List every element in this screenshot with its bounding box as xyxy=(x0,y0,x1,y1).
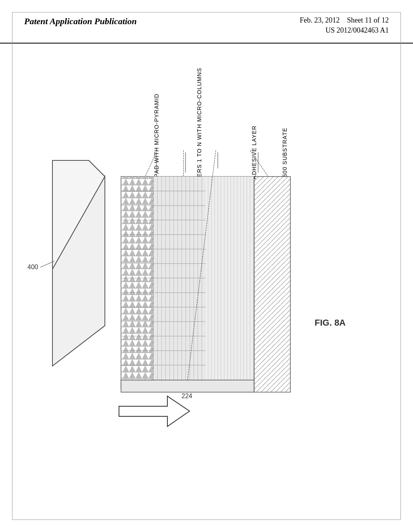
publication-date-sheet: Feb. 23, 2012 Sheet 11 of 12 xyxy=(300,16,389,25)
substrate-label: 500 SUBSTRATE xyxy=(282,68,288,237)
svg-marker-8 xyxy=(119,396,190,426)
svg-text:400: 400 xyxy=(27,264,38,270)
intermediate-label: INTERMEDIATE LAYERS 1 TO N WITH MICRO-CO… xyxy=(196,68,202,237)
svg-marker-7 xyxy=(52,177,105,366)
svg-rect-41 xyxy=(121,380,254,392)
diagram-area: CLEANING PAD WITH MICRO-PYRAMID INTERMED… xyxy=(0,44,413,527)
header-right: Feb. 23, 2012 Sheet 11 of 12 US 2012/004… xyxy=(300,16,389,35)
svg-marker-6 xyxy=(52,160,105,269)
svg-text:224: 224 xyxy=(181,393,192,399)
svg-marker-5 xyxy=(52,177,105,366)
header: Patent Application Publication Feb. 23, … xyxy=(0,0,413,44)
adhesive-label: ADHESIVE LAYER xyxy=(251,68,257,237)
svg-marker-4 xyxy=(52,160,105,269)
svg-text:FIG. 8A: FIG. 8A xyxy=(315,318,346,328)
rotated-labels-container: CLEANING PAD WITH MICRO-PYRAMID INTERMED… xyxy=(141,68,288,237)
publication-title: Patent Application Publication xyxy=(24,16,137,27)
svg-line-14 xyxy=(40,261,54,267)
cleaning-pad-label: CLEANING PAD WITH MICRO-PYRAMID xyxy=(153,68,160,237)
patent-number: US 2012/0042463 A1 xyxy=(325,26,389,35)
